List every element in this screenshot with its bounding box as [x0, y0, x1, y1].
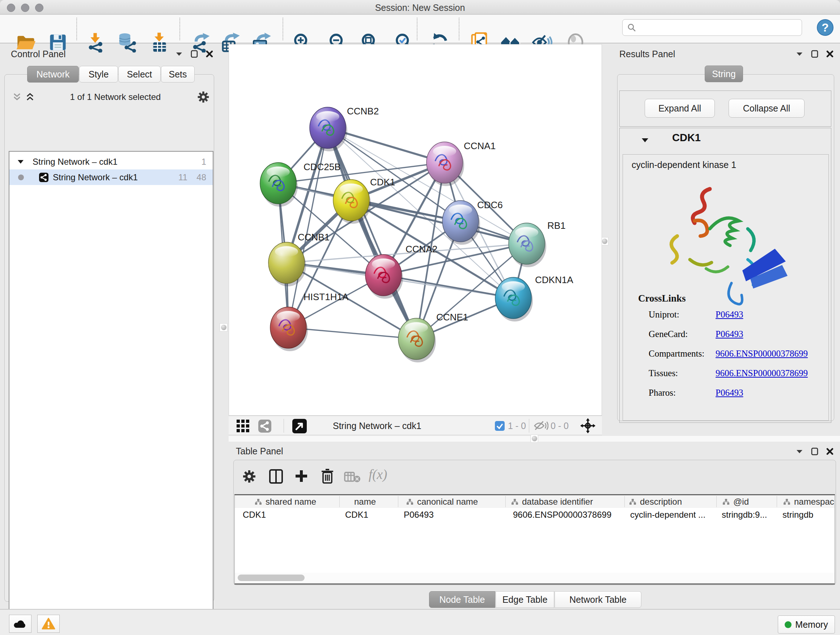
close-panel-icon[interactable] — [206, 50, 213, 57]
column-header-id[interactable]: @id — [722, 495, 749, 508]
tab-sets[interactable]: Sets — [161, 66, 195, 82]
delete-column-trash-icon[interactable] — [320, 468, 335, 484]
network-badge-icon[interactable] — [258, 420, 271, 432]
network-node-CDKN1A[interactable]: CDKN1A — [495, 274, 573, 321]
maximize-panel-icon[interactable] — [811, 50, 818, 58]
toolbar-separator — [76, 18, 77, 40]
column-tree-icon — [511, 499, 518, 505]
float-panel-icon[interactable] — [796, 51, 803, 57]
tab-network[interactable]: Network — [27, 66, 79, 82]
birds-eye-view-icon[interactable] — [237, 420, 249, 432]
cell-canonical-name[interactable]: P06493 — [404, 508, 434, 522]
expand-all-icon[interactable] — [26, 93, 34, 101]
cell-description[interactable]: cyclin-dependent ... — [630, 508, 706, 522]
help-button[interactable]: ? — [816, 19, 834, 38]
table-row[interactable]: CDK1 CDK1 P06493 9606.ENSP00000378699 cy… — [235, 508, 835, 522]
table-bottom-border — [234, 584, 835, 585]
network-collection-row[interactable]: String Network – cdk1 1 — [9, 154, 213, 169]
show-columns-icon[interactable] — [269, 469, 283, 484]
main-toolbar: ? — [0, 15, 840, 43]
node-label: RB1 — [547, 220, 566, 231]
network-node-RB1[interactable]: RB1 — [508, 220, 566, 267]
float-panel-icon[interactable] — [796, 449, 803, 454]
cloud-icon — [13, 618, 27, 629]
table-header-row[interactable]: shared name name canonical name database… — [234, 495, 835, 508]
cell-id[interactable]: stringdb:9... — [722, 508, 767, 522]
tab-network-table[interactable]: Network Table — [554, 591, 641, 608]
card-expander-icon[interactable] — [641, 138, 649, 143]
cell-name[interactable]: CDK1 — [345, 508, 368, 522]
column-tree-icon — [255, 499, 262, 505]
app-window: Session: New Session — [0, 0, 840, 635]
tab-select[interactable]: Select — [118, 66, 161, 82]
tab-style[interactable]: Style — [79, 66, 118, 82]
network-node-CCNB1[interactable]: CCNB1 — [268, 232, 330, 287]
crosslink-uniprot-link[interactable]: P06493 — [715, 310, 743, 320]
node-label: CCNA1 — [464, 141, 496, 151]
create-column-plus-icon[interactable] — [294, 469, 309, 483]
crosslink-tissues-link[interactable]: 9606.ENSP00000378699 — [715, 368, 808, 378]
fit-selected-crosshair-icon[interactable] — [580, 418, 595, 433]
memory-ok-dot-icon — [785, 621, 791, 628]
node-result-card: CDK1 cyclin-dependent kinase 1 — [619, 128, 831, 423]
tab-edge-table[interactable]: Edge Table — [496, 591, 554, 608]
column-header-database-identifier[interactable]: database identifier — [511, 495, 593, 508]
result-node-name: CDK1 — [672, 132, 701, 144]
collapse-all-icon[interactable] — [13, 93, 21, 101]
table-frame: f(x) shared name name canonical name dat… — [233, 460, 836, 585]
network-list: String Network – cdk1 1 String Network –… — [9, 151, 213, 635]
selected-checkbox-icon[interactable] — [495, 421, 505, 431]
network-node-CDC6[interactable]: CDC6 — [442, 200, 503, 245]
gear-icon[interactable] — [197, 90, 210, 103]
crosslink-compartments-link[interactable]: 9606.ENSP00000378699 — [715, 348, 808, 359]
network-node-HIST1H1A[interactable]: HIST1H1A — [270, 291, 349, 351]
open-in-window-icon[interactable] — [292, 419, 307, 433]
collapse-all-button[interactable]: Collapse All — [729, 99, 805, 118]
search-icon — [627, 23, 636, 32]
memory-label: Memory — [795, 619, 828, 630]
cell-namespace[interactable]: stringdb — [783, 508, 813, 522]
table-horizontal-scrollbar[interactable] — [234, 573, 835, 584]
network-row-selected[interactable]: String Network – cdk1 11 48 — [9, 169, 213, 185]
tab-node-table[interactable]: Node Table — [429, 591, 495, 608]
cell-shared-name[interactable]: CDK1 — [243, 508, 266, 522]
collection-label: String Network – cdk1 — [33, 157, 118, 167]
tab-string[interactable]: String — [705, 65, 743, 82]
crosslink-genecard-link[interactable]: P06493 — [715, 329, 743, 339]
memory-status-button[interactable]: Memory — [778, 616, 835, 633]
warnings-status-button[interactable] — [37, 615, 60, 633]
cloud-status-button[interactable] — [9, 615, 32, 633]
column-header-name[interactable]: name — [354, 495, 376, 508]
collection-expander-icon[interactable] — [17, 159, 24, 165]
close-panel-icon[interactable] — [826, 448, 834, 455]
scrollbar-thumb[interactable] — [238, 575, 305, 581]
result-card-body: cyclin-dependent kinase 1 — [622, 154, 829, 421]
current-network-dot-icon — [18, 174, 24, 180]
column-header-description[interactable]: description — [629, 495, 682, 508]
column-header-shared-name[interactable]: shared name — [255, 495, 316, 508]
network-graph[interactable]: CCNB2CCNA1CDC25BCDK1CDC6RB1CCNB1CCNA2CDK… — [229, 44, 602, 415]
results-panel-title: Results Panel — [619, 49, 675, 59]
crosslink-pharos-link[interactable]: P06493 — [715, 388, 743, 398]
network-canvas[interactable]: CCNB2CCNA1CDC25BCDK1CDC6RB1CCNB1CCNA2CDK… — [229, 44, 602, 416]
cell-database-identifier[interactable]: 9606.ENSP00000378699 — [513, 508, 611, 522]
close-panel-icon[interactable] — [826, 50, 834, 57]
maximize-panel-icon[interactable] — [811, 448, 818, 455]
network-type-icon — [39, 173, 49, 182]
node-label: CDC25B — [303, 162, 341, 172]
crosslinks-title: CrossLinks — [638, 293, 686, 304]
search-input[interactable] — [636, 22, 792, 33]
network-node-CDC25B[interactable]: CDC25B — [260, 162, 341, 207]
crosslink-label: GeneCard: — [649, 329, 688, 339]
expand-all-button[interactable]: Expand All — [645, 99, 715, 118]
search-box[interactable] — [622, 19, 802, 36]
selected-count: 1 - 0 — [508, 421, 526, 431]
column-header-canonical-name[interactable]: canonical name — [406, 495, 478, 508]
column-header-namespace[interactable]: namespac — [783, 495, 834, 508]
float-panel-icon[interactable] — [175, 51, 183, 57]
window-title: Session: New Session — [0, 3, 840, 13]
left-splitter-handle[interactable] — [219, 323, 227, 332]
maximize-panel-icon[interactable] — [191, 50, 198, 58]
network-node-CCNB2[interactable]: CCNB2 — [309, 106, 379, 151]
table-settings-gear-icon[interactable] — [242, 469, 256, 484]
